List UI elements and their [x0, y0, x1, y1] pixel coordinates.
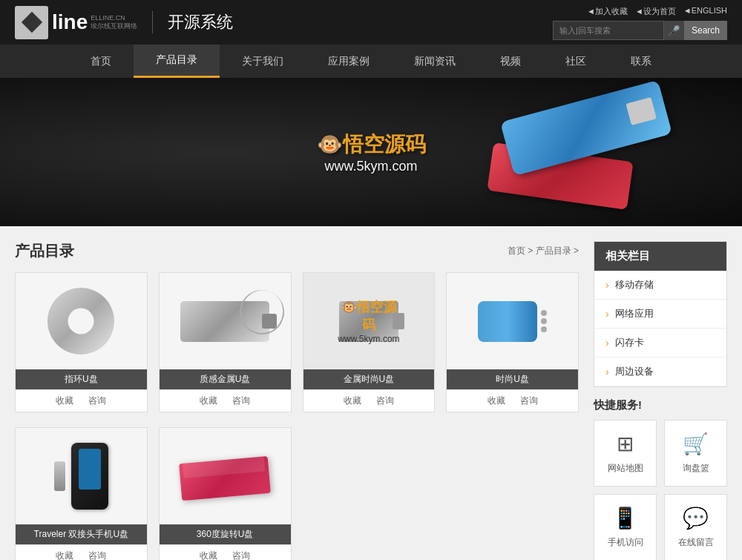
sitemap-icon: ⊞: [617, 432, 634, 456]
sidebar-related: 相关栏目 › 移动存储 › 网络应用 › 闪存卡 › 周边设备: [594, 241, 727, 387]
content-area: 产品目录 首页 > 产品目录 > 指环U盘 收藏 咨询: [15, 241, 579, 560]
sidebar-label-1: 移动存储: [615, 278, 654, 291]
sitemap-label: 网站地图: [608, 462, 643, 475]
search-button[interactable]: Search: [684, 21, 727, 40]
search-bar: 🎤 Search: [553, 21, 727, 40]
product-2-inquire[interactable]: 咨询: [232, 395, 250, 407]
product-title-6: 360度旋转U盘: [160, 524, 291, 544]
quick-message[interactable]: 💬 在线留言: [664, 494, 727, 560]
product-1-collect[interactable]: 收藏: [56, 395, 73, 407]
search-input[interactable]: [553, 21, 664, 40]
product-4-collect[interactable]: 收藏: [487, 395, 505, 407]
product-actions-6: 收藏 咨询: [160, 544, 291, 560]
product-actions-3: 收藏 咨询: [303, 389, 435, 412]
inquiry-label: 询盘篮: [683, 462, 709, 475]
header-right: ◄加入收藏 ◄设为首页 ◄ENGLISH 🎤 Search: [553, 0, 727, 40]
arrow-icon-1: ›: [605, 279, 609, 291]
product-img-1: [16, 273, 147, 369]
header-links: ◄加入收藏 ◄设为首页 ◄ENGLISH: [587, 6, 727, 17]
product-6-inquire[interactable]: 咨询: [232, 550, 250, 560]
product-actions-1: 收藏 咨询: [16, 389, 147, 412]
quick-sitemap[interactable]: ⊞ 网站地图: [594, 420, 657, 487]
product-actions-4: 收藏 咨询: [447, 389, 578, 412]
product-actions-5: 收藏 咨询: [16, 544, 147, 560]
breadcrumb-home[interactable]: 首页: [508, 246, 525, 256]
quick-inquiry[interactable]: 🛒 询盘篮: [664, 420, 727, 487]
product-title-1: 指环U盘: [16, 369, 147, 389]
product-img-4: [447, 273, 578, 369]
header: line ELLINE.CN埃尔线互联网络 开源系统 ◄加入收藏 ◄设为首页 ◄…: [0, 0, 742, 45]
product-2-collect[interactable]: 收藏: [200, 395, 217, 407]
sidebar-related-title: 相关栏目: [594, 242, 726, 271]
nav-products[interactable]: 产品目录: [134, 45, 220, 78]
nav-video[interactable]: 视频: [478, 45, 543, 78]
sidebar-item-peripheral[interactable]: › 周边设备: [594, 358, 726, 386]
breadcrumb-current: 产品目录: [536, 246, 571, 256]
logo-sub: ELLINE.CN埃尔线互联网络: [91, 14, 137, 30]
product-6-collect[interactable]: 收藏: [200, 550, 217, 560]
logo-diamond: [21, 12, 42, 33]
product-title-2: 质感金属U盘: [160, 369, 291, 389]
product-actions-2: 收藏 咨询: [160, 389, 291, 412]
english-link[interactable]: ◄ENGLISH: [683, 6, 727, 17]
product-3-inquire[interactable]: 咨询: [376, 395, 394, 407]
product-img-2: [160, 273, 291, 369]
sidebar-item-mobile-storage[interactable]: › 移动存储: [594, 271, 726, 300]
page-title: 产品目录: [15, 241, 74, 261]
product-card-2: 质感金属U盘 收藏 咨询: [159, 272, 292, 412]
product-grid-row2: Traveler 双接头手机U盘 收藏 咨询 360度旋转U盘: [15, 427, 579, 560]
product-card-6: 360度旋转U盘 收藏 咨询: [159, 427, 292, 560]
breadcrumb-suffix: >: [574, 246, 579, 256]
nav-community[interactable]: 社区: [543, 45, 608, 78]
product-5-collect[interactable]: 收藏: [56, 550, 73, 560]
logo-area: line ELLINE.CN埃尔线互联网络 开源系统: [15, 6, 233, 39]
product-1-inquire[interactable]: 咨询: [88, 395, 106, 407]
nav-home[interactable]: 首页: [68, 45, 134, 78]
logo-text: line: [52, 10, 88, 34]
main-nav: 首页 产品目录 关于我们 应用案例 新闻资讯 视频 社区 联系: [0, 45, 742, 78]
message-icon: 💬: [683, 506, 709, 530]
quick-grid: ⊞ 网站地图 🛒 询盘篮 📱 手机访问 💬 在线留言: [594, 420, 727, 560]
quick-mobile[interactable]: 📱 手机访问: [594, 494, 657, 560]
product-img-6: [160, 428, 291, 524]
product-card-3: 🐵悟空源码 www.5kym.com 金属时尚U盘 收藏 咨询: [303, 272, 436, 412]
nav-contact[interactable]: 联系: [608, 45, 674, 78]
product-card-5: Traveler 双接头手机U盘 收藏 咨询: [15, 427, 148, 560]
product-title-5: Traveler 双接头手机U盘: [16, 524, 147, 544]
sidebar-quick: 快捷服务! ⊞ 网站地图 🛒 询盘篮 📱 手机访问 💬 在线留言: [594, 398, 727, 560]
message-label: 在线留言: [678, 536, 714, 549]
logo-box: [15, 6, 48, 39]
page-header: 产品目录 首页 > 产品目录 >: [15, 241, 579, 261]
homepage-link[interactable]: ◄设为首页: [635, 6, 676, 17]
site-title: 开源系统: [152, 11, 233, 33]
sidebar: 相关栏目 › 移动存储 › 网络应用 › 闪存卡 › 周边设备 快捷服务!: [594, 241, 727, 560]
product-4-inquire[interactable]: 咨询: [520, 395, 538, 407]
bookmark-link[interactable]: ◄加入收藏: [587, 6, 628, 17]
product-5-inquire[interactable]: 咨询: [88, 550, 106, 560]
mobile-icon: 📱: [612, 506, 638, 530]
breadcrumb: 首页 > 产品目录 >: [508, 245, 579, 257]
product-card-4: 时尚U盘 收藏 咨询: [446, 272, 579, 412]
inquiry-icon: 🛒: [683, 432, 709, 456]
breadcrumb-sep1: >: [528, 246, 535, 256]
quick-service-title: 快捷服务!: [594, 398, 727, 412]
mobile-label: 手机访问: [608, 536, 643, 549]
sidebar-label-3: 闪存卡: [615, 336, 644, 349]
search-mic-button[interactable]: 🎤: [664, 21, 684, 40]
sidebar-item-flash-card[interactable]: › 闪存卡: [594, 329, 726, 358]
arrow-icon-2: ›: [605, 308, 609, 320]
banner: 🐵悟空源码 www.5kym.com: [0, 78, 742, 226]
arrow-icon-4: ›: [605, 366, 609, 378]
arrow-icon-3: ›: [605, 337, 609, 349]
product-img-3: 🐵悟空源码 www.5kym.com: [303, 273, 435, 369]
nav-cases[interactable]: 应用案例: [306, 45, 392, 78]
main-content: 产品目录 首页 > 产品目录 > 指环U盘 收藏 咨询: [0, 226, 742, 560]
sidebar-item-network[interactable]: › 网络应用: [594, 300, 726, 329]
product-title-3: 金属时尚U盘: [303, 369, 435, 389]
nav-news[interactable]: 新闻资讯: [392, 45, 478, 78]
product-img-5: [16, 428, 147, 524]
nav-about[interactable]: 关于我们: [220, 45, 306, 78]
product-3-collect[interactable]: 收藏: [344, 395, 361, 407]
sidebar-label-4: 周边设备: [615, 365, 654, 378]
product-card-1: 指环U盘 收藏 咨询: [15, 272, 148, 412]
